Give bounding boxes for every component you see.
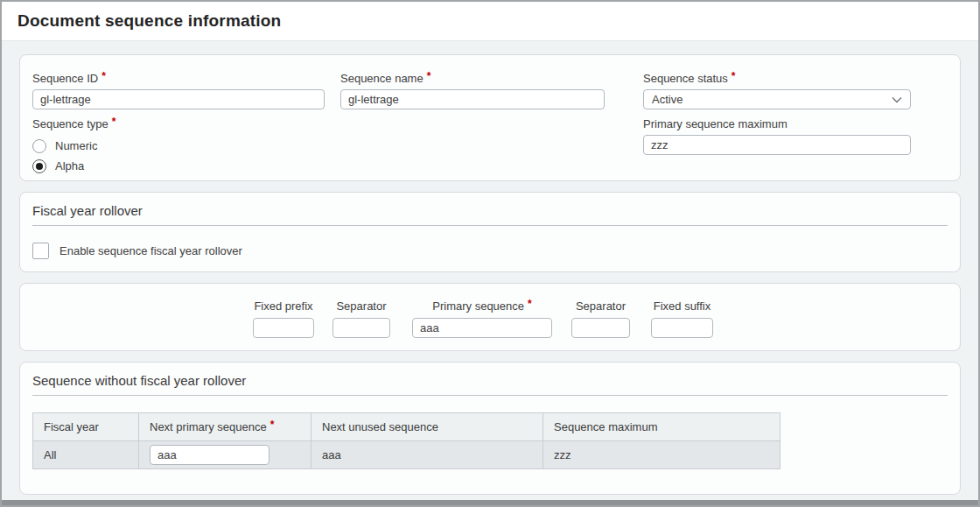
general-info-section: Sequence ID* Sequence name* Sequence sta… — [19, 54, 961, 181]
column-header-next-unused-sequence: Next unused sequence — [312, 413, 543, 441]
fixed-prefix-field: Fixed prefix — [253, 299, 314, 338]
primary-sequence-maximum-field: Primary sequence maximum — [643, 117, 911, 176]
sequence-format-section: Fixed prefix Separator Primary sequence*… — [19, 283, 961, 351]
fiscal-year-rollover-section: Fiscal year rollover Enable sequence fis… — [19, 192, 961, 272]
primary-sequence-maximum-label: Primary sequence maximum — [643, 117, 911, 130]
cell-fiscal-year: All — [33, 441, 139, 469]
fixed-suffix-input[interactable] — [651, 318, 713, 338]
radio-unselected-icon — [32, 139, 46, 153]
separator2-label: Separator — [571, 299, 630, 313]
separator1-field: Separator — [332, 299, 390, 338]
enable-rollover-row: Enable sequence fiscal year rollover — [32, 243, 948, 259]
fixed-suffix-label: Fixed suffix — [651, 299, 713, 313]
sequence-status-select[interactable]: Active — [643, 89, 911, 109]
primary-sequence-label: Primary sequence* — [412, 299, 552, 313]
column-header-next-primary-sequence: Next primary sequence* — [139, 413, 312, 441]
sequence-without-rollover-title: Sequence without fiscal year rollover — [32, 373, 948, 388]
sequence-type-option-alpha[interactable]: Alpha — [32, 156, 643, 176]
section-divider — [32, 395, 948, 396]
sequence-without-rollover-section: Sequence without fiscal year rollover Fi… — [19, 362, 961, 495]
required-asterisk: * — [112, 116, 116, 128]
sequence-name-label: Sequence name* — [340, 72, 605, 85]
sequence-status-label: Sequence status* — [643, 72, 911, 85]
sequence-id-field: Sequence ID* — [32, 72, 325, 109]
primary-sequence-input[interactable] — [412, 318, 552, 338]
sequence-status-field: Sequence status* Active — [643, 72, 911, 109]
primary-sequence-field: Primary sequence* — [412, 299, 552, 338]
enable-rollover-checkbox[interactable] — [32, 243, 49, 259]
separator1-input[interactable] — [332, 318, 390, 338]
general-row-1: Sequence ID* Sequence name* Sequence sta… — [32, 72, 948, 109]
separator2-field: Separator — [571, 299, 630, 338]
table-header-row: Fiscal year Next primary sequence* Next … — [33, 413, 780, 441]
cell-sequence-maximum: zzz — [543, 441, 780, 469]
radio-selected-icon — [32, 159, 46, 173]
sequence-status-value: Active — [652, 93, 682, 106]
required-asterisk: * — [102, 70, 106, 82]
primary-sequence-maximum-input[interactable] — [643, 135, 911, 155]
sequence-table: Fiscal year Next primary sequence* Next … — [32, 412, 780, 469]
sequence-id-label: Sequence ID* — [32, 72, 325, 85]
fiscal-year-rollover-title: Fiscal year rollover — [32, 203, 948, 218]
document-sequence-window: Document sequence information Sequence I… — [0, 0, 980, 507]
fixed-prefix-input[interactable] — [253, 318, 314, 338]
next-primary-sequence-input[interactable] — [150, 445, 270, 465]
general-row-2: Sequence type* Numeric Alpha Primary seq… — [32, 117, 948, 176]
enable-rollover-label: Enable sequence fiscal year rollover — [60, 244, 242, 257]
sequence-type-field: Sequence type* Numeric Alpha — [32, 117, 643, 176]
window-bottom-edge — [2, 500, 978, 505]
separator1-label: Separator — [332, 299, 390, 313]
required-asterisk: * — [427, 70, 431, 82]
sequence-type-label: Sequence type* — [32, 117, 643, 130]
sequence-id-input[interactable] — [32, 89, 325, 109]
table-row: All aaa zzz — [33, 441, 780, 469]
cell-next-unused-sequence: aaa — [312, 441, 543, 469]
title-bar: Document sequence information — [2, 2, 978, 41]
section-divider — [32, 225, 948, 226]
chevron-down-icon — [892, 96, 902, 103]
sequence-name-input[interactable] — [340, 89, 605, 109]
required-asterisk: * — [528, 298, 532, 310]
page-title: Document sequence information — [18, 11, 281, 31]
separator2-input[interactable] — [571, 318, 630, 338]
cell-next-primary-sequence — [139, 441, 312, 469]
fixed-suffix-field: Fixed suffix — [651, 299, 713, 338]
column-header-sequence-maximum: Sequence maximum — [543, 413, 780, 441]
fixed-prefix-label: Fixed prefix — [253, 299, 314, 313]
required-asterisk: * — [270, 419, 275, 431]
column-header-fiscal-year: Fiscal year — [33, 413, 139, 441]
sequence-name-field: Sequence name* — [340, 72, 605, 109]
sequence-type-option-numeric[interactable]: Numeric — [32, 136, 643, 156]
required-asterisk: * — [732, 70, 736, 82]
